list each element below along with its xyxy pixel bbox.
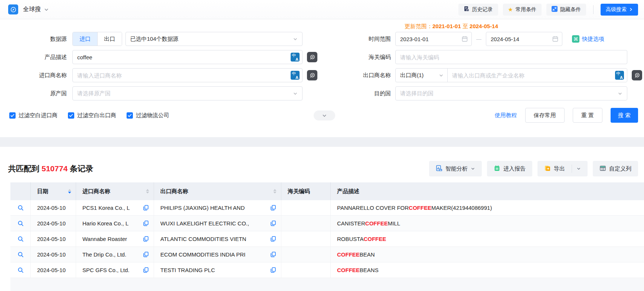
product-desc-cell: CANISTER COFFEE MILL (331, 216, 644, 231)
copy-icon[interactable] (268, 221, 281, 226)
table-row: 2024-05-10SPC GFS Co., Ltd.TESTI TRADING… (10, 262, 644, 278)
chevron-down-icon (471, 166, 475, 171)
dest-country-select[interactable]: 请选择目的国 (395, 86, 627, 100)
sort-toggle-icon[interactable] (68, 189, 71, 194)
columns-icon (599, 165, 606, 173)
custom-columns-label: 自定义列 (609, 165, 631, 172)
translate-icon[interactable]: 中A (615, 71, 624, 80)
export-split-button[interactable]: 导出 (537, 161, 588, 176)
copy-icon[interactable] (268, 252, 281, 257)
chevron-down-icon[interactable] (44, 7, 49, 12)
report-icon (494, 165, 500, 173)
copy-icon[interactable] (268, 205, 281, 211)
app-logo-icon[interactable] (8, 4, 18, 14)
exclude-icon[interactable] (307, 70, 317, 80)
date-cell: 2024-05-10 (31, 216, 76, 231)
copy-icon[interactable] (141, 205, 154, 211)
custom-columns-button[interactable]: 自定义列 (593, 161, 638, 176)
copy-icon[interactable] (141, 267, 154, 273)
summary-count: 510774 (42, 164, 68, 173)
importer-cell: PCS1 Korea Co., L (76, 200, 154, 215)
exporter-input[interactable] (448, 69, 627, 82)
collapse-icon (552, 6, 558, 13)
view-detail-icon[interactable] (17, 220, 24, 226)
exporter-label: 出口商名称 (327, 72, 395, 79)
date-end-input[interactable]: 2024-05-14 (486, 32, 562, 46)
product-desc-cell: ROBUSTA COFFEE (331, 231, 644, 247)
search-button[interactable]: 搜 索 (611, 108, 638, 123)
enter-report-button[interactable]: 进入报告 (487, 161, 532, 176)
origin-country-select[interactable]: 请选择原产国 (72, 86, 303, 100)
filter-blank-exporter-checkbox[interactable]: 过滤空白出口商 (68, 112, 116, 119)
view-detail-icon[interactable] (17, 251, 24, 258)
keyword-highlight: COFFEE (337, 251, 360, 258)
column-header: 产品描述 (331, 182, 644, 200)
exporter-name: ECOM COMMODITIES INDIA PRI (160, 251, 268, 258)
favorites-button[interactable]: ★ 常用条件 (503, 4, 542, 16)
column-header[interactable]: 出口商名称 (154, 182, 281, 200)
filter-label: 过滤空白进口商 (19, 112, 58, 119)
update-range-label: 更新范围： (405, 23, 432, 29)
exporter-cell: TESTI TRADING PLC (154, 262, 281, 278)
reset-button[interactable]: 重 置 (573, 108, 602, 123)
exclude-icon[interactable] (632, 70, 642, 80)
date-start-value: 2023-01-01 (400, 36, 462, 42)
section-divider (0, 137, 644, 147)
exporter-cell: ATLANTIC COMMODITIES VIETN (154, 231, 281, 247)
tutorial-link[interactable]: 使用教程 (495, 112, 517, 119)
translate-icon[interactable]: 中A (291, 71, 300, 80)
enter-report-label: 进入报告 (503, 165, 526, 172)
row-detail-cell (10, 231, 31, 247)
data-source-select[interactable]: 已选中104个数据源 (125, 32, 303, 46)
divider (593, 5, 594, 14)
exporter-name: WUXI LAKELIGHT ELECTRIC CO., (160, 220, 268, 226)
product-text: CANISTER (337, 220, 365, 226)
column-label: 海关编码 (288, 188, 310, 195)
dest-country-label: 目的国 (327, 90, 395, 97)
hs-code-cell (281, 216, 331, 231)
date-cell: 2024-05-10 (31, 262, 76, 278)
chevron-down-icon (293, 91, 298, 96)
date-start-input[interactable]: 2023-01-01 (395, 32, 472, 46)
hs-code-input[interactable] (395, 50, 627, 64)
bi-analysis-icon: BI (436, 165, 442, 173)
copy-icon[interactable] (141, 236, 154, 242)
view-detail-icon[interactable] (17, 267, 24, 273)
hide-conditions-button[interactable]: 隐藏条件 (546, 4, 586, 16)
export-tab[interactable]: 出口 (97, 32, 122, 46)
copy-icon[interactable] (268, 236, 281, 242)
exporter-name: TESTI TRADING PLC (160, 267, 268, 273)
row-detail-cell (10, 262, 31, 278)
import-tab[interactable]: 进口 (73, 32, 97, 46)
table-row: 2024-05-10Wannabe RoasterATLANTIC COMMOD… (10, 231, 644, 247)
collapse-form-button[interactable] (314, 110, 335, 120)
product-desc-input[interactable] (72, 50, 303, 64)
sort-toggle-icon[interactable] (273, 189, 277, 194)
update-range: 更新范围：2021-01-01 至 2024-05-14 (405, 23, 498, 30)
importer-cell: Wannabe Roaster (76, 231, 154, 247)
hs-code-cell (281, 231, 331, 247)
keyword-highlight: COFFEE (363, 236, 386, 242)
product-desc-cell: PANNARELLO COVER FOR COFFEE MAKER(421944… (331, 200, 644, 215)
copy-icon[interactable] (268, 267, 281, 273)
importer-name: The Drip Co., Ltd. (82, 251, 141, 258)
copy-icon[interactable] (141, 221, 154, 226)
column-header[interactable]: 日期 (31, 182, 76, 200)
translate-icon[interactable]: 中A (291, 53, 300, 62)
column-header[interactable]: 进口商名称 (76, 182, 154, 200)
view-detail-icon[interactable] (17, 236, 24, 242)
copy-icon[interactable] (141, 252, 154, 257)
exporter-type-select[interactable]: 出口商(1) (396, 69, 448, 82)
sort-toggle-icon[interactable] (146, 189, 149, 194)
save-favorite-button[interactable]: 保存常用 (525, 108, 565, 123)
quick-options-link[interactable]: ⌘ 快捷选项 (572, 35, 604, 43)
smart-analysis-button[interactable]: BI 智能分析 (429, 161, 482, 176)
exclude-icon[interactable] (307, 52, 317, 62)
search-form: 更新范围：2021-01-01 至 2024-05-14 数据源 进口 出口 已… (0, 19, 644, 137)
view-detail-icon[interactable] (17, 205, 24, 211)
importer-input[interactable] (72, 68, 303, 82)
filter-blank-importer-checkbox[interactable]: 过滤空白进口商 (9, 112, 58, 119)
filter-logistics-checkbox[interactable]: 过滤物流公司 (127, 112, 169, 119)
history-button[interactable]: 历史记录 (458, 4, 498, 16)
advanced-search-button[interactable]: 高级搜索 (601, 4, 638, 16)
